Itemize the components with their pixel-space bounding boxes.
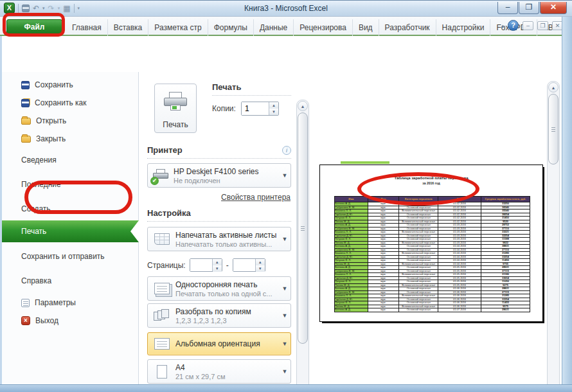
collate-select[interactable]: Разобрать по копиям 1,2,3 1,2,3 1,2,3 ▼ [147, 303, 291, 328]
settings-scrollbar[interactable]: ▲ ▼ [296, 100, 309, 392]
print-what-select[interactable]: Напечатать активные листы Напечатать тол… [147, 227, 291, 251]
printer-device-icon: ✔ [152, 168, 171, 183]
sidebar-item-recent[interactable]: Последние [2, 176, 139, 193]
copies-stepper[interactable]: ▲▼ [241, 102, 279, 116]
preview-table: ИмяПолКатегория персоналаДатаСредняя зар… [334, 196, 530, 312]
pages-from-input[interactable] [190, 259, 212, 271]
options-icon [21, 299, 30, 307]
scrollbar-thumb[interactable] [548, 94, 559, 165]
sidebar-item-save-as[interactable]: Сохранить как [2, 94, 139, 111]
preview-scrollbar[interactable]: ▲ ▼ [547, 81, 560, 392]
copies-label: Копии: [212, 104, 236, 113]
pages-to-stepper[interactable]: ▲▼ [233, 258, 265, 272]
tab-7[interactable]: Вид [353, 19, 379, 36]
ribbon-tab-row: Файл ГлавнаяВставкаРазметка стрФормулыДа… [0, 17, 572, 36]
preview-artifact-strip [341, 161, 389, 164]
sidebar-item-options[interactable]: Параметры [2, 294, 139, 311]
ribbon-tabs: ГлавнаяВставкаРазметка стрФормулыДанныеР… [66, 19, 572, 36]
a4-paper-icon [157, 365, 167, 379]
tab-file[interactable]: Файл [6, 19, 62, 35]
pages-from-stepper[interactable]: ▲▼ [190, 258, 222, 272]
backstage-sidebar: Сохранить Сохранить как Открыть Закрыть … [2, 72, 139, 392]
tab-2[interactable]: Вставка [108, 19, 149, 36]
window-border-bottom [0, 384, 572, 392]
sidebar-item-save-send[interactable]: Сохранить и отправить [2, 248, 139, 265]
window-border-left [0, 36, 2, 384]
spin-up-icon[interactable]: ▲ [213, 259, 222, 265]
chevron-down-icon: ▼ [279, 172, 290, 179]
tab-8[interactable]: Разработчик [379, 19, 436, 36]
printer-select[interactable]: ✔ HP Deskjet F4100 series Не подключен ▼ [147, 163, 291, 188]
tab-6[interactable]: Рецензирова [294, 19, 353, 36]
sidebar-item-new[interactable]: Создать [2, 200, 139, 217]
scroll-up-icon[interactable]: ▲ [548, 82, 559, 93]
preview-page-title: Таблица заработной платы персонала за 20… [320, 175, 542, 186]
spin-up-icon[interactable]: ▲ [256, 259, 265, 265]
minimize-button[interactable]: – [497, 2, 518, 14]
copies-input[interactable] [242, 102, 269, 115]
print-button[interactable]: Печать [154, 84, 197, 133]
active-sheets-icon [154, 233, 170, 245]
divider [147, 158, 291, 159]
sidebar-item-close[interactable]: Закрыть [2, 130, 139, 147]
workbook-restore-icon[interactable]: ❐ [537, 21, 548, 30]
exit-icon: × [21, 316, 30, 325]
close-folder-icon [21, 136, 31, 143]
sidebar-item-open[interactable]: Открыть [2, 112, 139, 129]
window-title: Книга3 - Microsoft Excel [0, 4, 572, 13]
sidebar-item-print[interactable]: Печать [2, 220, 139, 242]
printer-properties-link[interactable]: Свойства принтера [221, 193, 290, 202]
maximize-button[interactable]: ❐ [519, 2, 539, 14]
print-section-heading: Печать [212, 82, 241, 92]
print-preview: Таблица заработной платы персонала за 20… [310, 72, 562, 392]
scrollbar-thumb[interactable] [298, 112, 308, 344]
sidebar-item-exit[interactable]: ×Выход [2, 312, 139, 329]
scroll-up-icon[interactable]: ▲ [298, 101, 308, 111]
collate-icon [154, 309, 170, 322]
duplex-select[interactable]: Односторонняя печать Печатать только на … [147, 276, 291, 301]
pages-range: Страницы: ▲▼ - ▲▼ [147, 258, 291, 272]
chevron-down-icon: ▼ [279, 312, 290, 319]
paper-size-select[interactable]: A4 21 см x 29,7 см ▼ [147, 359, 291, 384]
preview-page: Таблица заработной платы персонала за 20… [319, 165, 543, 322]
spin-up-icon[interactable]: ▲ [269, 102, 278, 109]
one-sided-icon [154, 283, 170, 294]
open-folder-icon [21, 118, 31, 125]
spin-down-icon[interactable]: ▼ [256, 265, 265, 272]
landscape-orientation-icon [154, 338, 170, 350]
chevron-down-icon: ▼ [279, 341, 290, 347]
tab-9[interactable]: Надстройки [436, 19, 491, 36]
print-panel: Печать Печать Копии: ▲▼ Принтер i ✔ HP D… [139, 72, 297, 392]
workbook-minimize-icon[interactable]: – [523, 21, 533, 30]
save-icon [21, 81, 30, 89]
preview-table-header: ИмяПолКатегория персоналаДатаСредняя зар… [335, 197, 530, 202]
settings-section-heading: Настройка [147, 208, 191, 218]
status-check-icon: ✔ [150, 177, 159, 185]
chevron-down-icon: ▼ [279, 236, 290, 242]
printer-icon [164, 92, 187, 109]
printer-section-heading: Принтер [147, 145, 183, 155]
divider [212, 95, 291, 96]
tab-5[interactable]: Данные [254, 19, 294, 36]
spin-down-icon[interactable]: ▼ [269, 109, 278, 115]
pages-to-input[interactable] [233, 259, 255, 271]
printer-name: HP Deskjet F4100 series [174, 167, 279, 176]
tab-4[interactable]: Формулы [208, 19, 254, 36]
orientation-select[interactable]: Альбомная ориентация ▼ [147, 332, 291, 355]
printer-info-icon[interactable]: i [282, 146, 291, 155]
preview-table-row: Котлова А. Д.муж.Основной персонал01.07.… [335, 308, 530, 312]
sidebar-item-help[interactable]: Справка [2, 272, 139, 289]
pages-label: Страницы: [147, 261, 186, 270]
collapse-ribbon-icon[interactable]: ▴ [501, 22, 504, 29]
printer-status: Не подключен [174, 177, 279, 184]
close-button[interactable]: ✕ [540, 2, 567, 14]
sidebar-item-info[interactable]: Сведения [2, 152, 139, 168]
help-icon[interactable]: ? [508, 20, 519, 31]
tab-1[interactable]: Главная [66, 19, 108, 36]
pages-dash: - [226, 261, 229, 270]
backstage-view: Сохранить Сохранить как Открыть Закрыть … [0, 36, 572, 384]
tab-3[interactable]: Разметка стр [148, 19, 208, 36]
selection-notch [130, 220, 139, 242]
sidebar-item-save[interactable]: Сохранить [2, 76, 139, 93]
spin-down-icon[interactable]: ▼ [213, 265, 222, 272]
